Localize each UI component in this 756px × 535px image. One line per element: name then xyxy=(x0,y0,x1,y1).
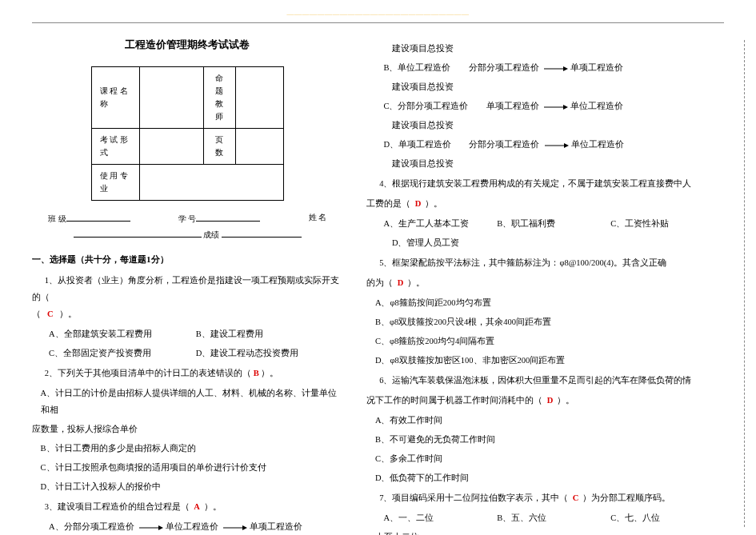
q3-opt-b-end: 建设项目总投资 xyxy=(392,78,724,95)
q6-blank: D xyxy=(547,396,554,405)
q2-text: 2、下列关于其他项目清单中的计日工的表述错误的（ B ）。 xyxy=(32,365,342,381)
q5-blank: D xyxy=(398,278,404,287)
top-divider xyxy=(32,22,724,23)
doc-title: 工程造价管理期终考试试卷 xyxy=(32,38,342,52)
score-label: 成绩 xyxy=(203,230,219,239)
cell-teacher-value xyxy=(235,67,283,129)
arrow-icon xyxy=(223,525,247,531)
q7-text: 7、项目编码采用十二位阿拉伯数字表示，其中（ C ）为分部工程顺序码。 xyxy=(366,489,724,506)
q6-opt-b: B、不可避免的无负荷工作时间 xyxy=(375,431,724,448)
q1-options-row1: A、全部建筑安装工程费用 B、建设工程费用 xyxy=(32,325,342,342)
q7-opt-b: B、五、六位 xyxy=(497,509,610,526)
q4-opt-d: D、管理人员工资 xyxy=(375,234,724,251)
name-label: 姓 名 xyxy=(309,213,327,222)
q5-text: 5、框架梁配筋按平法标注，其中箍筋标注为：φ8@100/200(4)。其含义正确 xyxy=(366,254,724,271)
q1-opt-a: A、全部建筑安装工程费用 xyxy=(49,325,196,342)
cell-teacher-label: 命题 教师 xyxy=(203,67,235,129)
arrow-icon xyxy=(544,66,568,72)
cell-form-value xyxy=(139,129,203,165)
q1-text: 1、从投资者（业主）角度分析，工程造价是指建设一项工程预期或实际开支的（ （ C… xyxy=(32,272,342,322)
cell-pages-label: 页 数 xyxy=(203,129,235,165)
q4-stem: 4、根据现行建筑安装工程费用构成的有关规定，不属于建筑安装工程直接费中人 xyxy=(379,179,691,188)
cell-major-label: 使 用 专业 xyxy=(91,165,139,201)
section-1-heading: 一、选择题（共十分，每道题1分） xyxy=(32,254,342,266)
q2-opt-d: D、计日工计入投标人的报价中 xyxy=(41,478,343,495)
right-column: 建设项目总投资 B、单位工程造价 分部分项工程造价 单项工程造价 建设项目总投资… xyxy=(366,38,724,535)
q3-opt-c-end: 建设项目总投资 xyxy=(392,117,724,134)
q4-opt-b: B、职工福利费 xyxy=(497,215,610,232)
q3-stem: 3、建设项目工程造价的组合过程是（ xyxy=(45,502,190,511)
info-table: 课 程 名称 命题 教师 考 试 形式 页 数 使 用 专业 xyxy=(91,66,284,201)
q1-opt-c: C、全部固定资产投资费用 xyxy=(49,345,196,361)
q7-options: A、一、二位 B、五、六位 C、七、八位 xyxy=(366,509,724,526)
q7-opt-d: 十至十二位 xyxy=(375,529,724,535)
q5-opt-b: B、φ8双肢箍按200只设4根，其余400间距布置 xyxy=(375,313,724,330)
score-row: 成绩 xyxy=(32,228,342,241)
q3-opt-d: D、单项工程造价 分部分项工程造价 单位工程造价 xyxy=(383,136,724,153)
q4-text2: 工费的是（ D ）。 xyxy=(366,195,724,212)
q6-stem: 6、运输汽车装载保温泡沫板，因体积大但重量不足而引起的汽车在降低负荷的情 xyxy=(379,376,691,385)
q5-opt-c: C、φ8箍筋按200均匀4间隔布置 xyxy=(375,333,724,349)
cell-course-label: 课 程 名称 xyxy=(91,67,139,129)
q7-opt-c: C、七、八位 xyxy=(610,509,724,526)
cell-form-label: 考 试 形式 xyxy=(91,129,139,165)
q3-opt-d-end: 建设项目总投资 xyxy=(392,155,724,172)
svg-marker-7 xyxy=(563,105,568,110)
svg-marker-3 xyxy=(242,525,247,530)
meta-row: 班 级 学 号 姓 名 xyxy=(48,212,326,225)
q1-blank: C xyxy=(47,309,54,318)
q3-close: ）。 xyxy=(204,502,222,511)
q6-opt-c: C、多余工作时间 xyxy=(375,450,724,467)
q2-opt-c: C、计日工按照承包商填报的适用项目的单价进行计价支付 xyxy=(41,459,343,476)
q7-opt-a: A、一、二位 xyxy=(383,509,497,526)
cell-course-value xyxy=(139,67,203,129)
number-line xyxy=(196,212,260,222)
q5-opt-d: D、φ8双肢箍按加密区100、非加密区200间距布置 xyxy=(375,352,724,369)
svg-marker-5 xyxy=(563,66,568,71)
q7-stem: 7、项目编码采用十二位阿拉伯数字表示，其中（ xyxy=(379,493,568,502)
name-line xyxy=(74,228,202,238)
q6-text2: 况下工作的时间属于机器工作时间消耗中的（ D ）。 xyxy=(366,392,724,409)
q1-opt-d: D、建设工程动态投资费用 xyxy=(196,345,343,361)
arrow-icon xyxy=(139,525,163,531)
q3-opt-a: A、分部分项工程造价 单位工程造价 单项工程造价 xyxy=(49,518,342,535)
svg-marker-9 xyxy=(564,143,569,148)
q7-blank: C xyxy=(573,493,579,502)
svg-marker-1 xyxy=(158,525,163,530)
q6-opt-d: D、低负荷下的工作时间 xyxy=(375,469,724,486)
q1-stem: 1、从投资者（业主）角度分析，工程造价是指建设一项工程预期或实际开支的（ xyxy=(32,276,339,301)
q4-blank: D xyxy=(415,199,422,208)
q2-opt-a: A、计日工的计价是由招标人提供详细的人工、材料、机械的名称、计量单位和相 xyxy=(41,385,343,418)
number-label: 学 号 xyxy=(178,214,197,223)
left-column: 工程造价管理期终考试试卷 课 程 名称 命题 教师 考 试 形式 页 数 使 用… xyxy=(32,38,342,535)
q4-options: A、生产工人基本工资 B、职工福利费 C、工资性补贴 xyxy=(366,215,724,232)
cell-major-value xyxy=(139,165,283,201)
cell-pages-value xyxy=(235,129,283,165)
q2-close: ）。 xyxy=(261,369,278,377)
arrow-icon xyxy=(545,142,569,149)
q6-opt-a: A、有效工作时间 xyxy=(375,412,724,429)
class-label: 班 级 xyxy=(48,214,66,223)
q3-opt-a-end: 建设项目总投资 xyxy=(392,40,724,57)
q2-blank: B xyxy=(254,369,259,377)
q2-opt-a-cont: 应数量，投标人报综合单价 xyxy=(32,421,342,437)
arrow-icon xyxy=(544,104,568,110)
q1-options-row2: C、全部固定资产投资费用 D、建设工程动态投资费用 xyxy=(32,345,342,361)
q6-text: 6、运输汽车装载保温泡沫板，因体积大但重量不足而引起的汽车在降低负荷的情 xyxy=(366,372,724,389)
watermark-text: ―――――――――――――――――――――――― xyxy=(287,10,470,18)
q5-opt-a: A、φ8箍筋按间距200均匀布置 xyxy=(375,294,724,311)
right-margin-dashed xyxy=(744,40,745,527)
class-line xyxy=(66,212,130,222)
q4-opt-c: C、工资性补贴 xyxy=(610,215,724,232)
q4-text: 4、根据现行建筑安装工程费用构成的有关规定，不属于建筑安装工程直接费中人 xyxy=(366,175,724,192)
q5-stem: 5、框架梁配筋按平法标注，其中箍筋标注为：φ8@100/200(4)。其含义正确 xyxy=(379,258,666,267)
q3-blank: A xyxy=(194,502,200,511)
q5-text2: 的为（ D ）。 xyxy=(366,274,724,291)
q2-stem: 2、下列关于其他项目清单中的计日工的表述错误的（ xyxy=(45,369,251,377)
q3-opt-c: C、分部分项工程造价 单项工程造价 单位工程造价 xyxy=(383,98,724,114)
q3-text: 3、建设项目工程造价的组合过程是（ A ）。 xyxy=(32,498,342,515)
q3-opt-b: B、单位工程造价 分部分项工程造价 单项工程造价 xyxy=(383,59,724,76)
score-line xyxy=(222,228,302,238)
q4-opt-a: A、生产工人基本工资 xyxy=(383,215,497,232)
q2-opt-b: B、计日工费用的多少是由招标人商定的 xyxy=(41,440,343,457)
